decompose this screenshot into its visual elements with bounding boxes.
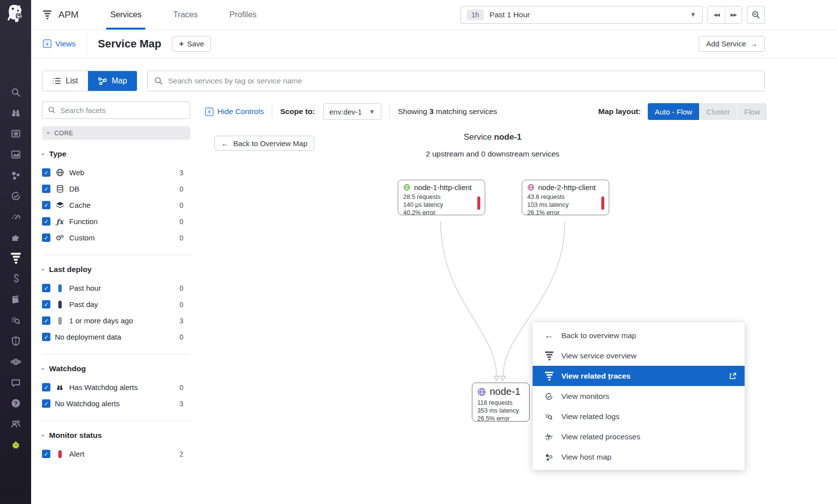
facet-count: 3 [179,169,190,177]
time-back-button[interactable]: ◀◀ [708,6,725,23]
network-icon[interactable] [9,355,22,368]
events-icon[interactable] [9,127,22,140]
org-icon[interactable] [9,418,22,430]
service-node-node-2-http-client[interactable]: node-2-http-client 43.6 requests 103 ms … [522,180,609,215]
checkbox-checked[interactable]: ✓ [42,284,50,292]
facet-cache[interactable]: ✓ Cache 0 [42,197,190,213]
facet-alert[interactable]: ✓ Alert 2 [42,446,190,462]
save-button[interactable]: + Save [172,36,211,52]
facet-search[interactable] [42,101,190,119]
menu-view-service-overview[interactable]: View service overview [533,346,745,366]
checkbox-checked[interactable]: ✓ [42,300,50,309]
time-range-select[interactable]: 1h Past 1 Hour ▼ [460,6,703,24]
servicemap-icon[interactable] [9,272,22,285]
scope-select[interactable]: env:dev-1 ▼ [323,103,382,120]
core-group-header[interactable]: › CORE [42,126,190,140]
layers-icon [55,201,65,209]
facet-web[interactable]: ✓ Web 3 [42,164,190,181]
views-button[interactable]: › Views [43,39,76,48]
toolbar-row: List Map [31,58,837,91]
tab-profiles[interactable]: Profiles [225,0,260,30]
layout-flow-button[interactable]: Flow [737,103,767,120]
service-search-input[interactable] [168,77,758,85]
checkbox-checked[interactable]: ✓ [42,217,50,226]
feedback-icon[interactable] [9,376,22,389]
datadog-logo[interactable] [6,4,25,24]
hostmap-icon [543,453,555,462]
facet-past-day[interactable]: ✓ Past day 0 [42,296,190,312]
search-icon[interactable] [9,86,22,99]
back-to-overview-map-button[interactable]: ← Back to Overview Map [214,136,314,151]
checkbox-checked[interactable]: ✓ [42,185,50,193]
hostmap-icon[interactable] [9,169,22,182]
facet-no-watchdog[interactable]: ✓ No Watchdog alerts 3 [42,395,190,412]
map-layout-label: Map layout: [598,107,641,116]
facet-section-title[interactable]: ›Type [42,150,190,158]
checkbox-checked[interactable]: ✓ [42,201,50,209]
facet-section-title[interactable]: ›Watchdog [42,364,190,373]
facet-custom[interactable]: ✓ ⚙⚙ Custom 0 [42,230,190,246]
monitors-icon[interactable] [9,190,22,202]
tab-services[interactable]: Services [106,0,145,30]
time-step-group: ◀◀ ▶▶ [708,6,742,24]
facet-count: 2 [179,450,190,458]
gauge-icon[interactable] [9,210,22,223]
facet-no-deploy-data[interactable]: ✓ No deployment data 0 [42,329,190,345]
facet-search-input[interactable] [60,106,184,115]
facet-function[interactable]: ✓ ƒx Function 0 [42,213,190,230]
hide-controls-button[interactable]: ‹ Hide Controls [205,107,264,116]
menu-view-related-processes[interactable]: View related processes [533,426,745,447]
error-indicator-pill [477,196,480,210]
checkbox-checked[interactable]: ✓ [42,168,50,177]
menu-view-related-traces[interactable]: View related traces [533,366,745,386]
views-panel-icon: › [43,39,51,48]
metrics-icon[interactable] [9,148,22,161]
menu-back-to-overview-map[interactable]: ← Back to overview map [533,325,745,346]
notebooks-icon[interactable] [9,293,22,306]
checkbox-checked[interactable]: ✓ [42,333,50,341]
facet-section-title[interactable]: ›Monitor status [42,431,190,440]
map-toggle-button[interactable]: Map [88,71,137,91]
watchdog-icon[interactable] [9,107,22,119]
service-node-node-1-http-client[interactable]: node-1-http-client 28.5 requests 140 µs … [398,180,485,215]
service-map-canvas[interactable]: ← Back to Overview Map Service node-1 2 … [205,122,837,504]
zoom-out-button[interactable] [747,6,765,24]
time-forward-button[interactable]: ▶▶ [725,6,742,23]
layout-auto-flow-button[interactable]: Auto - Flow [648,103,699,120]
apm-flame-icon [43,10,51,19]
menu-view-host-map[interactable]: View host map [533,447,745,467]
checkbox-checked[interactable]: ✓ [42,383,50,391]
facet-past-hour[interactable]: ✓ Past hour 0 [42,280,190,296]
facet-count: 3 [179,317,190,325]
add-service-button[interactable]: Add Service → [699,36,765,52]
processes-icon [543,432,555,441]
svg-text:?: ? [14,400,17,407]
service-node-node-1[interactable]: node-1 118 requests 353 ms latency 26.5%… [472,383,530,422]
bits-bug-icon[interactable] [9,438,22,451]
web-service-icon [477,388,486,396]
tab-traces[interactable]: Traces [169,0,202,30]
list-toggle-button[interactable]: List [42,71,88,91]
facet-days-ago[interactable]: ✓ 1 or more days ago 3 [42,312,190,329]
security-icon[interactable] [9,335,22,348]
facet-db[interactable]: ✓ DB 0 [42,181,190,197]
apm-icon[interactable] [9,252,22,265]
facet-section-title[interactable]: ›Last deploy [42,265,190,274]
facet-has-watchdog[interactable]: ✓ Has Watchdog alerts 0 [42,379,190,395]
menu-view-related-logs[interactable]: View related logs [533,406,745,426]
integrations-icon[interactable] [9,231,22,244]
layout-cluster-button[interactable]: Cluster [699,103,737,120]
checkbox-checked[interactable]: ✓ [42,233,50,242]
facet-section-last-deploy: ›Last deploy ✓ Past hour 0 ✓ Past day 0 [42,255,190,354]
collapse-panel-icon: ‹ [205,108,213,116]
function-icon: ƒx [55,218,65,226]
service-overview-icon [543,351,555,360]
node-stats: 28.5 requests 140 µs latency 40.2% error [403,193,480,217]
checkbox-checked[interactable]: ✓ [42,450,50,458]
checkbox-checked[interactable]: ✓ [42,399,50,408]
logs-icon[interactable] [9,314,22,327]
menu-view-monitors[interactable]: View monitors [533,386,745,406]
checkbox-checked[interactable]: ✓ [42,316,50,325]
service-search[interactable] [147,71,765,91]
help-icon[interactable]: ? [9,397,22,410]
